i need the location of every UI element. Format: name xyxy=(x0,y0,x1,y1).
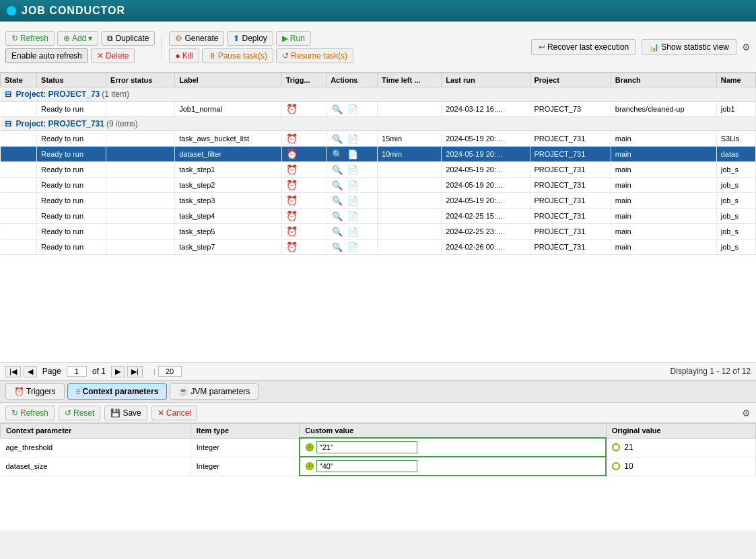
custom-value-radio[interactable] xyxy=(306,443,314,451)
cell-actions: 🔍 📄 xyxy=(327,224,378,239)
doc-action-icon[interactable]: 📄 xyxy=(347,211,358,221)
bottom-settings-icon[interactable]: ⚙ xyxy=(742,408,751,418)
table-row[interactable]: Ready to run task_step4 ⏰ 🔍 📄 2024-02-25… xyxy=(1,209,756,224)
doc-action-icon[interactable]: 📄 xyxy=(347,149,358,159)
col-state: State xyxy=(1,73,37,87)
doc-action-icon[interactable]: 📄 xyxy=(347,165,358,175)
cancel-button[interactable]: ✕ Cancel xyxy=(151,406,197,420)
doc-action-icon[interactable]: 📄 xyxy=(347,242,358,252)
bottom-refresh-button[interactable]: ↻ Refresh xyxy=(5,406,55,420)
duplicate-button[interactable]: ⧉ Duplicate xyxy=(101,31,155,46)
cell-error-status xyxy=(106,102,175,117)
original-value-radio[interactable] xyxy=(612,462,620,470)
next-page-button[interactable]: ▶ xyxy=(111,366,125,377)
reset-button[interactable]: ↺ Reset xyxy=(59,406,100,420)
resume-tasks-button[interactable]: ↺ Resume task(s) xyxy=(276,48,353,63)
custom-value-radio[interactable] xyxy=(306,462,314,470)
cell-trigger: ⏰ xyxy=(281,209,326,224)
search-action-icon[interactable]: 🔍 xyxy=(332,211,343,221)
search-action-icon[interactable]: 🔍 xyxy=(332,149,343,159)
cell-status: Ready to run xyxy=(37,239,106,255)
table-row[interactable]: Ready to run dataset_filter ⏰ 🔍 📄 10min … xyxy=(1,147,756,162)
cell-error-status xyxy=(106,209,175,224)
refresh-button[interactable]: ↻ Refresh xyxy=(5,31,55,46)
save-button[interactable]: 💾 Save xyxy=(104,406,147,420)
clock-icon: ⏰ xyxy=(286,180,298,190)
col-time-left: Time left ... xyxy=(378,73,442,87)
deploy-button[interactable]: ⬆ Deploy xyxy=(227,31,273,46)
col-item-type: Item type xyxy=(191,424,300,439)
clock-icon: ⏰ xyxy=(286,104,298,114)
pause-tasks-button[interactable]: ⏸ Pause task(s) xyxy=(202,48,273,63)
first-page-button[interactable]: |◀ xyxy=(5,366,21,377)
project-expand-icon[interactable]: ⊟ xyxy=(5,119,11,128)
search-action-icon[interactable]: 🔍 xyxy=(332,196,343,206)
param-original-cell: 21 xyxy=(606,438,755,457)
context-params-table: Context parameter Item type Custom value… xyxy=(0,423,756,476)
show-statistic-view-button[interactable]: 📊 Show statistic view xyxy=(642,39,736,55)
add-button[interactable]: ⊕ Add ▾ xyxy=(57,31,98,46)
table-row[interactable]: Ready to run task_step3 ⏰ 🔍 📄 2024-05-19… xyxy=(1,193,756,209)
tab-context-parameters[interactable]: ≡ Context parameters xyxy=(67,383,168,400)
page-input[interactable] xyxy=(67,366,87,377)
tab-jvm-parameters[interactable]: ☕ JVM parameters xyxy=(170,383,259,400)
cell-actions: 🔍 📄 xyxy=(327,147,378,162)
cell-branch: branches/cleaned-up xyxy=(611,102,716,117)
tab-triggers[interactable]: ⏰ Triggers xyxy=(5,383,65,400)
table-row[interactable]: Ready to run task_step1 ⏰ 🔍 📄 2024-05-19… xyxy=(1,162,756,178)
custom-value-input-age[interactable] xyxy=(316,441,417,453)
search-action-icon[interactable]: 🔍 xyxy=(332,242,343,252)
toolbar-row-3: ⚙ Generate ⬆ Deploy ▶ Run xyxy=(169,31,353,46)
doc-action-icon[interactable]: 📄 xyxy=(347,196,358,206)
cell-time-left: 10min xyxy=(378,147,442,162)
page-size-input[interactable] xyxy=(158,366,182,377)
cell-actions: 🔍 📄 xyxy=(327,239,378,255)
generate-button[interactable]: ⚙ Generate xyxy=(169,31,224,46)
prev-page-button[interactable]: ◀ xyxy=(24,366,37,377)
cell-name: datas xyxy=(716,147,755,162)
table-row[interactable]: Ready to run task_step7 ⏰ 🔍 📄 2024-02-26… xyxy=(1,239,756,255)
cell-label: task_step7 xyxy=(175,239,281,255)
cell-trigger: ⏰ xyxy=(281,131,326,147)
search-action-icon[interactable]: 🔍 xyxy=(332,180,343,190)
enable-auto-refresh-button[interactable]: Enable auto refresh xyxy=(5,48,88,63)
doc-action-icon[interactable]: 📄 xyxy=(347,180,358,190)
cell-project: PROJECT_731 xyxy=(530,178,611,193)
toolbar-right-group: ↩ Recover last execution 📊 Show statisti… xyxy=(531,39,751,55)
cell-status: Ready to run xyxy=(37,178,106,193)
cell-state xyxy=(1,131,37,147)
original-value-radio[interactable] xyxy=(612,443,620,451)
table-row[interactable]: Ready to run task_step2 ⏰ 🔍 📄 2024-05-19… xyxy=(1,178,756,193)
run-button[interactable]: ▶ Run xyxy=(276,31,311,46)
doc-action-icon[interactable]: 📄 xyxy=(347,134,358,144)
cell-label: dataset_filter xyxy=(175,147,281,162)
search-action-icon[interactable]: 🔍 xyxy=(332,104,343,114)
recover-last-execution-button[interactable]: ↩ Recover last execution xyxy=(531,39,636,55)
cell-state xyxy=(1,224,37,239)
save-icon: 💾 xyxy=(110,408,121,418)
custom-value-input-dataset[interactable] xyxy=(316,460,417,472)
doc-action-icon[interactable]: 📄 xyxy=(347,104,358,114)
param-name-cell: age_threshold xyxy=(1,438,191,457)
kill-button[interactable]: ● Kill xyxy=(169,48,199,63)
cell-last-run: 2024-02-25 15:... xyxy=(442,209,530,224)
search-action-icon[interactable]: 🔍 xyxy=(332,227,343,237)
col-label: Label xyxy=(175,73,281,87)
col-error-status: Error status xyxy=(106,73,175,87)
settings-icon[interactable]: ⚙ xyxy=(742,42,751,52)
cell-name: job_s xyxy=(716,178,755,193)
cell-last-run: 2024-05-19 20:... xyxy=(442,162,530,178)
main-toolbar: ↻ Refresh ⊕ Add ▾ ⧉ Duplicate Enable aut… xyxy=(0,22,756,73)
search-action-icon[interactable]: 🔍 xyxy=(332,134,343,144)
table-row[interactable]: Ready to run task_step5 ⏰ 🔍 📄 2024-02-25… xyxy=(1,224,756,239)
add-icon: ⊕ xyxy=(63,34,70,43)
logo-dot xyxy=(7,6,16,15)
search-action-icon[interactable]: 🔍 xyxy=(332,165,343,175)
table-row[interactable]: Ready to run Job1_normal ⏰ 🔍 📄 2024-03-1… xyxy=(1,102,756,117)
last-page-button[interactable]: ▶| xyxy=(127,366,143,377)
cell-state xyxy=(1,162,37,178)
doc-action-icon[interactable]: 📄 xyxy=(347,227,358,237)
delete-button[interactable]: ✕ Delete xyxy=(91,48,135,63)
table-row[interactable]: Ready to run task_aws_bucket_list ⏰ 🔍 📄 … xyxy=(1,131,756,147)
project-expand-icon[interactable]: ⊟ xyxy=(5,89,11,99)
